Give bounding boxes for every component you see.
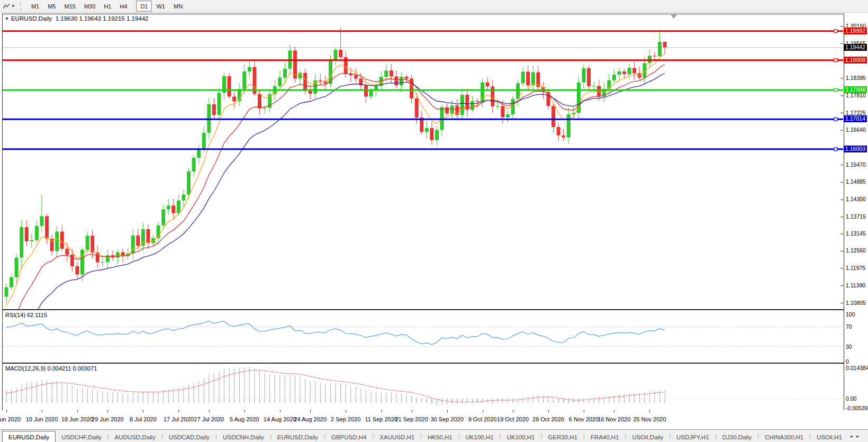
chart-tab-uk100-h1[interactable]: UK100,H1 — [501, 432, 540, 442]
date-tick-mark — [614, 410, 614, 412]
macd-axis-label: 0.014384 — [846, 365, 868, 371]
chart-tab-ger30-h1[interactable]: GER30,H1 — [542, 432, 583, 442]
price-tick-label: 1.14300 — [846, 196, 866, 202]
date-tick-mark — [346, 410, 346, 412]
chart-symbol-label: EURUSD,Daily — [11, 15, 52, 22]
rsi-axis-label: 70 — [846, 323, 852, 330]
chart-tab-fra40-h1[interactable]: FRA40,H1 — [585, 432, 625, 442]
macd-panel-canvas[interactable] — [3, 364, 843, 410]
timeframe-button-h4[interactable]: H4 — [115, 1, 131, 12]
date-tick-label: 5 Aug 2020 — [230, 416, 259, 422]
price-axis-ticks — [840, 26, 843, 303]
date-tick-label: 6 Nov 2020 — [569, 416, 599, 422]
price-tick-label: 1.17225 — [846, 110, 866, 116]
date-tick-mark — [77, 410, 78, 412]
date-tick-mark — [513, 410, 513, 412]
macd-axis-label: 0.00 — [846, 395, 856, 402]
date-tick-mark — [310, 410, 311, 412]
horizontal-line-objects — [3, 30, 843, 151]
rsi-line — [6, 321, 665, 345]
chart-tab-usdchf-daily[interactable]: USDCHF,Daily — [56, 432, 107, 442]
hline-price-tag: 1.17998 — [844, 86, 867, 93]
chart-tab-usoil-h1[interactable]: USOil,H1 — [811, 432, 848, 442]
date-tick-mark — [548, 410, 549, 412]
date-tick-label: 8 Jul 2020 — [130, 416, 157, 422]
chart-shift-marker — [671, 15, 677, 19]
timeframe-button-m1[interactable]: M1 — [27, 1, 43, 12]
timeframe-button-m30[interactable]: M30 — [80, 1, 100, 12]
chart-tab-eurusd-daily[interactable]: EURUSD,Daily — [272, 432, 324, 442]
chart-tab-usoil-daily[interactable]: USOil,Daily — [626, 432, 669, 442]
chart-tab-usdjpy-h1[interactable]: USDJPY,H1 — [671, 432, 715, 442]
date-axis[interactable]: 1 Jun 202010 Jun 202019 Jun 202029 Jun 2… — [0, 410, 868, 429]
date-tick-label: 10 Jun 2020 — [26, 416, 58, 422]
chart-tab-xauusd-h1[interactable]: XAUUSD,H1 — [374, 432, 420, 442]
chart-tab-china300-h1[interactable]: CHINA300,H1 — [759, 432, 809, 442]
timeframe-button-h1[interactable]: H1 — [100, 1, 115, 12]
chart-tab-gbpusd-h4[interactable]: GBPUSD,H4 — [326, 432, 372, 442]
date-tick-label: 28 Oct 2020 — [532, 416, 564, 422]
timeframe-toolbar: ▼ M1M5M15M30H1H4D1W1MN — [0, 0, 868, 13]
chart-tab-uk100-h1[interactable]: UK100,H1 — [460, 432, 500, 442]
date-tick-label: 27 Jul 2020 — [194, 416, 224, 422]
chart-tab-bar: EURUSD,DailyUSDCHF,Daily|AUDUSD,Daily|US… — [0, 429, 868, 442]
timeframe-button-mn[interactable]: MN — [169, 1, 187, 12]
date-tick-mark — [107, 410, 108, 412]
date-tick-mark — [584, 410, 584, 412]
hline-price-tag: 1.19008 — [844, 57, 867, 64]
price-tick-label: 1.13715 — [846, 213, 866, 220]
date-tick-label: 29 Jun 2020 — [92, 416, 124, 422]
tab-scroll-right-icon[interactable]: ▸ — [854, 434, 861, 439]
timeframe-button-d1[interactable]: D1 — [136, 1, 152, 12]
date-tick-mark — [381, 410, 382, 412]
timeframe-button-w1[interactable]: W1 — [152, 1, 169, 12]
candles-layer — [5, 28, 667, 303]
date-tick-mark — [209, 410, 210, 412]
chart-tab-usdcnh-daily[interactable]: USDCNH,Daily — [217, 432, 270, 442]
chart-ohlc-header: ▼EURUSD,Daily 1.19630 1.19643 1.19215 1.… — [5, 15, 149, 22]
toolbar-separator — [133, 1, 134, 9]
chart-tab-hk50-h1[interactable]: HK50,H1 — [422, 432, 458, 442]
rsi-indicator-label: RSI(14) 62.1115 — [5, 312, 47, 318]
price-tick-label: 1.16640 — [846, 127, 866, 133]
date-tick-label: 16 Nov 2020 — [598, 416, 630, 422]
moving-averages-layer — [6, 55, 665, 310]
timeframe-button-m5[interactable]: M5 — [43, 1, 60, 12]
date-tick-label: 30 Sep 2020 — [430, 416, 463, 422]
main-chart-canvas[interactable] — [3, 14, 843, 309]
date-tick-mark — [447, 410, 448, 412]
rsi-axis-label: 100 — [846, 311, 855, 318]
toolbar-grip-handle[interactable] — [20, 2, 24, 11]
price-tick-label: 1.14885 — [846, 178, 866, 185]
date-tick-mark — [6, 410, 7, 412]
rsi-axis-label: 30 — [846, 344, 852, 350]
chart-tab-eurusd-daily[interactable]: EURUSD,Daily — [2, 431, 56, 442]
chevron-down-icon[interactable]: ▼ — [11, 4, 15, 8]
date-tick-label: 2 Sep 2020 — [331, 416, 360, 422]
chart-tab-dj30-daily[interactable]: DJ30,Daily — [717, 432, 758, 442]
chart-tab-audusd-daily[interactable]: AUDUSD,Daily — [109, 432, 161, 442]
date-tick-label: 11 Sep 2020 — [365, 416, 397, 422]
time-tick-marks — [6, 399, 665, 403]
timeframe-button-m15[interactable]: M15 — [60, 1, 79, 12]
date-tick-mark — [245, 410, 245, 412]
date-tick-label: 17 Jul 2020 — [164, 416, 194, 422]
rsi-panel-canvas[interactable] — [3, 310, 843, 363]
price-tick-label: 1.15470 — [846, 161, 866, 168]
macd-indicator-label: MACD(12,26,9) 0.004211 0.003071 — [5, 365, 97, 372]
date-tick-label: 19 Jun 2020 — [61, 416, 94, 422]
tab-scroll-left-icon[interactable]: ◂ — [848, 434, 855, 439]
chart-tools-icon[interactable] — [2, 2, 11, 11]
chart-tab-usdcad-daily[interactable]: USDCAD,Daily — [163, 432, 215, 442]
date-tick-mark — [178, 410, 179, 412]
date-tick-label: 24 Aug 2020 — [294, 416, 327, 422]
date-tick-label: 21 Sep 2020 — [395, 416, 428, 422]
date-tick-mark — [143, 410, 143, 412]
mt4-terminal: ▼ M1M5M15M30H1H4D1W1MN ▼EURUSD,Daily 1.1… — [0, 0, 868, 442]
timeframe-buttons: M1M5M15M30H1H4D1W1MN — [27, 1, 187, 12]
date-tick-mark — [649, 410, 650, 412]
date-tick-label: 19 Oct 2020 — [497, 416, 529, 422]
date-tick-mark — [412, 410, 412, 412]
chart-ohlc-values: 1.19630 1.19643 1.19215 1.19442 — [56, 15, 149, 22]
collapse-chart-icon[interactable]: ▼ — [5, 16, 9, 21]
